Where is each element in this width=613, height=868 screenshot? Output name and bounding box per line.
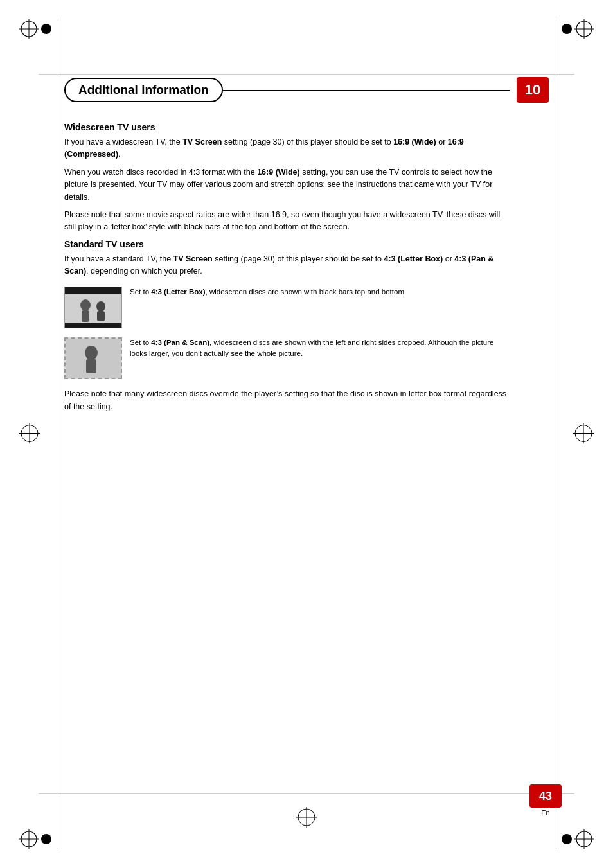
illustration-letterbox-row: Set to 4:3 (Letter Box), widescreen disc… bbox=[64, 287, 510, 328]
reg-mark-left bbox=[19, 423, 40, 445]
svg-point-33 bbox=[85, 346, 98, 360]
right-vline bbox=[556, 19, 556, 849]
left-vline bbox=[57, 19, 57, 849]
reg-mark-right bbox=[573, 423, 594, 445]
letterbox-caption: Set to 4:3 (Letter Box), widescreen disc… bbox=[130, 287, 510, 297]
standard-title: Standard TV users bbox=[64, 239, 510, 249]
standard-section: Standard TV users If you have a standard… bbox=[64, 239, 510, 414]
widescreen-para-2: When you watch discs recorded in 4:3 for… bbox=[64, 166, 510, 204]
bottom-rule bbox=[39, 793, 574, 794]
svg-point-28 bbox=[80, 299, 91, 311]
widescreen-title: Widescreen TV users bbox=[64, 122, 510, 132]
svg-point-11 bbox=[41, 834, 51, 844]
top-rule bbox=[39, 74, 574, 75]
title-line-wrapper: Additional information bbox=[64, 78, 510, 102]
page-number-badge: 43 bbox=[529, 784, 562, 808]
content-area: Additional information 10 Widescreen TV … bbox=[64, 77, 549, 791]
illustration-letterbox bbox=[64, 287, 122, 328]
widescreen-section: Widescreen TV users If you have a widesc… bbox=[64, 122, 510, 234]
svg-point-3 bbox=[41, 24, 51, 34]
reg-mark-tr bbox=[555, 19, 594, 58]
svg-rect-34 bbox=[86, 359, 96, 373]
reg-mark-tl bbox=[19, 19, 58, 58]
svg-rect-26 bbox=[65, 287, 122, 294]
page-footer: 43 En bbox=[529, 784, 562, 817]
svg-point-7 bbox=[562, 24, 572, 34]
panscan-caption: Set to 4:3 (Pan & Scan), widescreen disc… bbox=[130, 337, 510, 359]
svg-rect-31 bbox=[97, 311, 105, 321]
svg-rect-29 bbox=[82, 310, 89, 322]
standard-footer: Please note that many widescreen discs o… bbox=[64, 388, 510, 413]
widescreen-para-3: Please note that some movie aspect ratio… bbox=[64, 209, 510, 234]
chapter-number-badge: 10 bbox=[517, 77, 549, 103]
standard-intro: If you have a standard TV, the TV Screen… bbox=[64, 253, 510, 278]
reg-mark-bottom bbox=[296, 807, 317, 829]
page-en-label: En bbox=[541, 809, 549, 817]
main-content: Widescreen TV users If you have a widesc… bbox=[64, 122, 549, 413]
header-row: Additional information 10 bbox=[64, 77, 549, 103]
svg-point-30 bbox=[96, 301, 105, 312]
widescreen-para-1: If you have a widescreen TV, the TV Scre… bbox=[64, 136, 510, 161]
svg-point-15 bbox=[562, 834, 572, 844]
chapter-title: Additional information bbox=[64, 78, 223, 102]
chapter-header: Additional information 10 bbox=[64, 77, 549, 103]
illustration-panscan-row: Set to 4:3 (Pan & Scan), widescreen disc… bbox=[64, 337, 510, 379]
reg-mark-bl bbox=[19, 810, 58, 849]
page-wrapper: English Additional information 10 Widesc… bbox=[0, 0, 613, 868]
svg-rect-27 bbox=[65, 323, 122, 328]
illustration-panscan bbox=[64, 337, 122, 379]
